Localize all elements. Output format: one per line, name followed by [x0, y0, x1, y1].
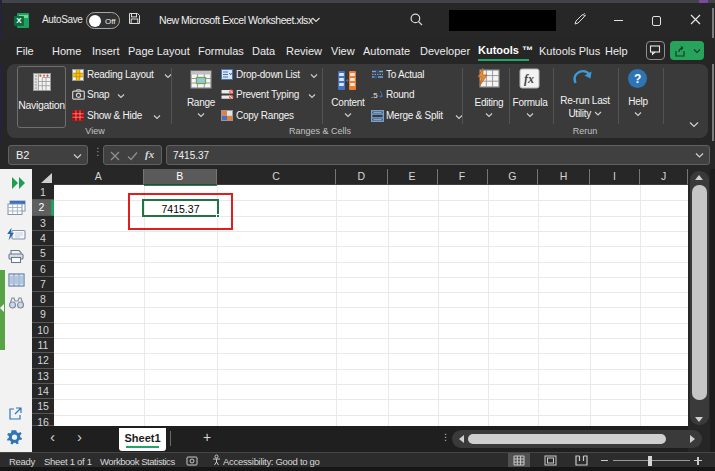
svg-text:fx: fx — [524, 72, 534, 86]
svg-text:.5: .5 — [371, 91, 378, 100]
svg-text:?: ? — [634, 72, 641, 86]
